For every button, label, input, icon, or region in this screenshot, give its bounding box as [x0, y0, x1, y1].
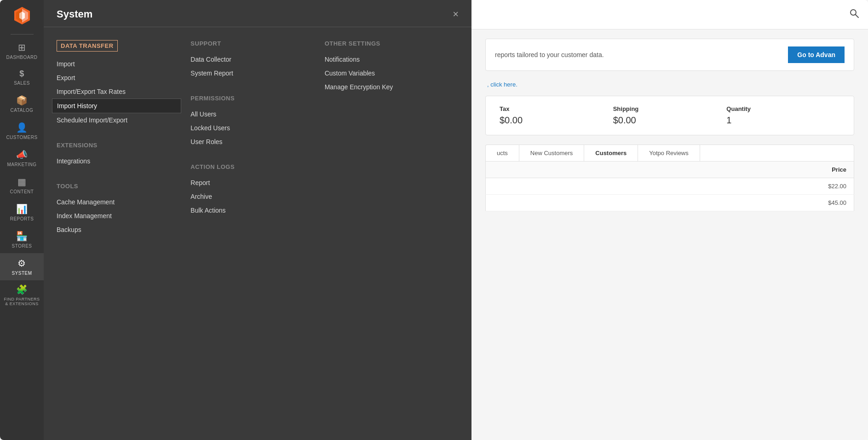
click-here-link[interactable]: , click here.: [487, 81, 517, 88]
table-row: $45.00: [486, 195, 854, 211]
right-panel: reports tailored to your customer data. …: [471, 0, 868, 440]
sidebar: ⊞ DASHBOARD $ SALES 📦 CATALOG 👤 CUSTOMER…: [0, 0, 44, 440]
menu-item-custom-variables[interactable]: Custom Variables: [325, 66, 449, 80]
other-settings-title: Other Settings: [325, 40, 449, 47]
menu-item-report[interactable]: Report: [190, 176, 315, 190]
search-button[interactable]: [850, 9, 859, 20]
sidebar-item-system[interactable]: ⚙ SYSTEM: [0, 253, 44, 280]
menu-item-manage-encryption-key[interactable]: Manage Encryption Key: [325, 80, 449, 94]
stores-icon: 🏪: [16, 231, 28, 242]
tools-title: Tools: [57, 183, 181, 190]
stat-tax: Tax $0.00: [500, 105, 613, 126]
menu-item-backups[interactable]: Backups: [57, 223, 181, 237]
menu-item-integrations[interactable]: Integrations: [57, 154, 181, 168]
support-title: Support: [190, 40, 315, 47]
sidebar-item-marketing[interactable]: 📣 MARKETING: [0, 145, 44, 172]
modal-body: Data Transfer Import Export Import/Expor…: [44, 27, 471, 246]
data-transfer-title: Data Transfer: [57, 40, 118, 52]
menu-column-data-transfer: Data Transfer Import Export Import/Expor…: [57, 36, 190, 237]
sidebar-item-find-partners[interactable]: 🧩 FIND PARTNERS & EXTENSIONS: [0, 280, 44, 310]
table-cell-price-1: $22.00: [486, 178, 854, 195]
find-partners-icon: 🧩: [16, 284, 28, 295]
magento-logo: [11, 5, 33, 27]
stat-quantity-label: Quantity: [726, 105, 840, 112]
menu-item-bulk-actions[interactable]: Bulk Actions: [190, 203, 315, 217]
reports-icon: 📊: [16, 203, 28, 214]
stat-quantity-value: 1: [726, 115, 840, 126]
stat-tax-value: $0.00: [500, 115, 613, 126]
table-cell-price-2: $45.00: [486, 195, 854, 211]
customers-icon: 👤: [16, 122, 28, 133]
menu-item-import[interactable]: Import: [57, 57, 181, 71]
menu-item-index-management[interactable]: Index Management: [57, 209, 181, 223]
permissions-title: Permissions: [190, 95, 315, 102]
info-banner: reports tailored to your customer data. …: [485, 39, 854, 71]
stat-shipping-value: $0.00: [613, 115, 727, 126]
menu-item-archive[interactable]: Archive: [190, 190, 315, 203]
sidebar-item-sales[interactable]: $ SALES: [0, 64, 44, 90]
menu-item-locked-users[interactable]: Locked Users: [190, 121, 315, 135]
menu-item-export[interactable]: Export: [57, 71, 181, 85]
dashboard-icon: ⊞: [18, 42, 26, 53]
stat-shipping: Shipping $0.00: [613, 105, 727, 126]
marketing-icon: 📣: [16, 149, 28, 160]
menu-item-import-history[interactable]: Import History: [52, 98, 181, 113]
menu-item-cache-management[interactable]: Cache Management: [57, 195, 181, 209]
data-table: Price $22.00 $45.00: [485, 161, 854, 211]
stats-row: Tax $0.00 Shipping $0.00 Quantity 1: [485, 96, 854, 135]
main-content: System × Data Transfer Import Export Imp…: [44, 0, 868, 440]
menu-column-support: Support Data Collector System Report Per…: [190, 36, 324, 237]
go-to-advanced-button[interactable]: Go to Advan: [788, 46, 845, 63]
tab-ucts[interactable]: ucts: [486, 145, 519, 161]
table-row: $22.00: [486, 178, 854, 195]
right-body: reports tailored to your customer data. …: [471, 29, 868, 440]
menu-item-import-export-tax[interactable]: Import/Export Tax Rates: [57, 85, 181, 98]
stat-tax-label: Tax: [500, 105, 613, 112]
modal-header: System ×: [44, 0, 471, 27]
menu-item-data-collector[interactable]: Data Collector: [190, 52, 315, 66]
sales-icon: $: [19, 69, 24, 79]
sidebar-item-customers[interactable]: 👤 CUSTOMERS: [0, 117, 44, 145]
menu-item-user-roles[interactable]: User Roles: [190, 135, 315, 149]
sidebar-divider: [11, 34, 34, 35]
stat-quantity: Quantity 1: [726, 105, 840, 126]
tab-new-customers[interactable]: New Customers: [519, 145, 584, 161]
stat-shipping-label: Shipping: [613, 105, 727, 112]
table-header-price: Price: [486, 162, 854, 178]
extensions-title: Extensions: [57, 142, 181, 149]
svg-line-6: [856, 15, 858, 17]
sidebar-item-content[interactable]: ▦ CONTENT: [0, 172, 44, 199]
catalog-icon: 📦: [16, 95, 28, 106]
right-header: [471, 0, 868, 29]
system-modal: System × Data Transfer Import Export Imp…: [44, 0, 471, 440]
sidebar-item-reports[interactable]: 📊 REPORTS: [0, 199, 44, 226]
svg-point-5: [851, 10, 856, 15]
content-icon: ▦: [17, 176, 27, 187]
modal-close-button[interactable]: ×: [453, 9, 459, 19]
menu-item-system-report[interactable]: System Report: [190, 66, 315, 80]
system-icon: ⚙: [17, 258, 26, 269]
sidebar-item-stores[interactable]: 🏪 STORES: [0, 226, 44, 253]
tab-customers[interactable]: Customers: [584, 145, 638, 161]
sidebar-item-catalog[interactable]: 📦 CATALOG: [0, 90, 44, 117]
tab-yotpo-reviews[interactable]: Yotpo Reviews: [638, 145, 700, 161]
menu-item-notifications[interactable]: Notifications: [325, 52, 449, 66]
menu-item-all-users[interactable]: All Users: [190, 107, 315, 121]
menu-item-scheduled-import-export[interactable]: Scheduled Import/Export: [57, 113, 181, 127]
tabs-row: ucts New Customers Customers Yotpo Revie…: [485, 145, 854, 161]
sidebar-item-dashboard[interactable]: ⊞ DASHBOARD: [0, 37, 44, 64]
modal-title: System: [57, 8, 92, 20]
info-text: reports tailored to your customer data.: [495, 51, 604, 58]
menu-column-other-settings: Other Settings Notifications Custom Vari…: [325, 36, 459, 237]
action-logs-title: Action Logs: [190, 163, 315, 170]
